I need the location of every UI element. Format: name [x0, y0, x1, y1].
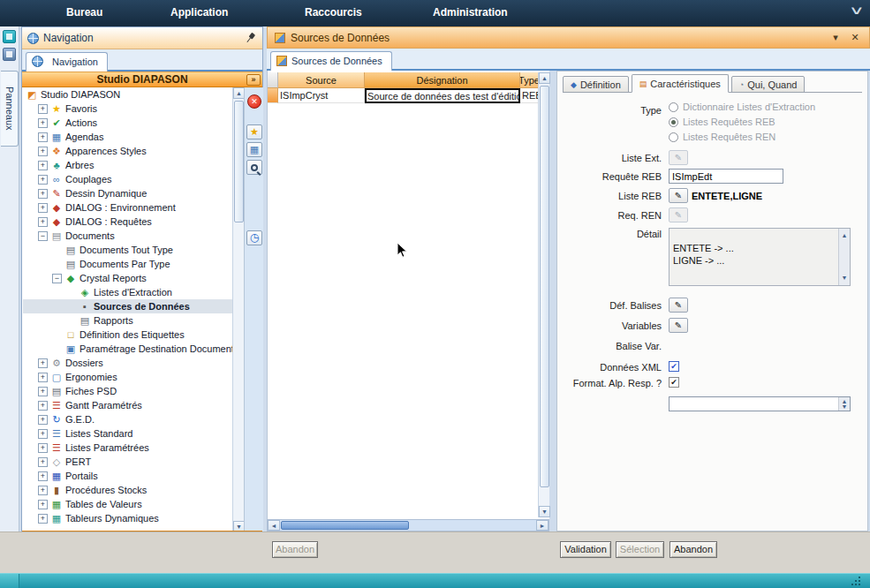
expand-plus-icon[interactable]: + [38, 132, 48, 142]
panneaux-tab[interactable]: Panneaux [1, 71, 19, 147]
scroll-right-arrow-icon[interactable]: ► [536, 520, 548, 531]
column-header-type[interactable]: Type [520, 72, 539, 88]
balise-var-spinner[interactable]: ▲▼ [838, 397, 850, 411]
scrollbar-thumb[interactable] [540, 86, 549, 487]
scroll-left-arrow-icon[interactable]: ◄ [268, 520, 280, 531]
tree-item-arbres[interactable]: +♣Arbres [23, 158, 232, 172]
tree-item-studio-diapason[interactable]: ◩Studio DIAPASON [23, 87, 232, 102]
scrollbar-thumb[interactable] [234, 101, 244, 222]
expand-plus-icon[interactable]: + [38, 415, 48, 425]
tree-item-procedures-stocks[interactable]: +▮Procédures Stocks [23, 483, 232, 497]
validation-button[interactable]: Validation [560, 541, 611, 558]
column-header-designation[interactable]: Désignation [365, 72, 520, 88]
scroll-down-arrow-icon[interactable]: ▼ [839, 272, 850, 284]
tree-item-tableurs-dynamiques[interactable]: +▦Tableurs Dynamiques [23, 511, 232, 525]
expand-plus-icon[interactable]: + [38, 189, 48, 199]
panel-blue-icon[interactable] [3, 48, 16, 61]
radio-option-listes-requetes-ren[interactable]: Listes Requêtes REN [669, 132, 815, 147]
expand-plus-icon[interactable]: + [38, 373, 48, 382]
expand-panel-button[interactable]: » [246, 74, 261, 86]
image-icon[interactable]: ▦ [246, 142, 262, 157]
menu-item-bureau[interactable]: Bureau [66, 6, 102, 19]
abandon-button[interactable]: Abandon [670, 541, 717, 558]
cell-designation[interactable]: Source de données des test d'édition [365, 88, 520, 103]
tree-item-crystal-reports[interactable]: −◆Crystal Reports [23, 271, 232, 285]
expand-plus-icon[interactable]: + [38, 500, 48, 509]
scroll-down-arrow-icon[interactable]: ▼ [539, 506, 550, 517]
tree-item-dialog-requetes[interactable]: +◆DIALOG : Requêtes [23, 215, 232, 229]
favorite-star-icon[interactable]: ★ [246, 124, 262, 139]
scroll-up-arrow-icon[interactable]: ▲ [839, 230, 850, 242]
close-icon[interactable]: ✕ [848, 32, 862, 43]
collapse-ribbon-chevron-icon[interactable]: ∨ [849, 4, 865, 17]
tree-item-documents-par-type[interactable]: ▤Documents Par Type [23, 257, 232, 271]
tree-item-apparences-styles[interactable]: +❖Apparences Styles [23, 144, 232, 158]
scroll-up-arrow-icon[interactable]: ▲ [539, 72, 550, 84]
tab-qui-quand[interactable]: ◔Qui, Quand [731, 76, 806, 93]
tree-item-fiches-psd[interactable]: +▤Fiches PSD [23, 384, 232, 398]
clock-icon[interactable]: ◷ [246, 230, 262, 245]
collapse-minus-icon[interactable]: − [38, 231, 48, 241]
expand-plus-icon[interactable]: + [38, 457, 48, 467]
tree-item-g-e-d[interactable]: +↻G.E.D. [23, 412, 232, 426]
tab-navigation[interactable]: Navigation [26, 52, 108, 72]
detail-scroll-rail[interactable]: ▲▼ [838, 229, 850, 285]
tree-item-rapports[interactable]: ▤Rapports [23, 313, 232, 328]
tab-caracteristiques[interactable]: ▤Caractéristiques [632, 74, 729, 93]
balise-var-input[interactable]: ▲▼ [669, 396, 851, 411]
format-alp-checkbox[interactable]: ✔ [669, 377, 679, 388]
menu-item-application[interactable]: Application [170, 6, 228, 19]
search-icon[interactable] [246, 160, 262, 175]
panel-teal-icon[interactable] [3, 30, 16, 43]
expand-plus-icon[interactable]: + [38, 401, 48, 411]
tree-item-listes-parametrees[interactable]: +☰Listes Paramétrées [23, 441, 232, 455]
spin-down-arrow-icon[interactable]: ▼ [839, 403, 850, 410]
tree-item-agendas[interactable]: +▦Agendas [23, 130, 232, 144]
expand-plus-icon[interactable]: + [38, 217, 48, 227]
scrollbar-thumb[interactable] [281, 521, 409, 530]
expand-plus-icon[interactable]: + [38, 514, 48, 524]
expand-plus-icon[interactable]: + [38, 429, 48, 439]
column-header-source[interactable]: Source [278, 72, 365, 88]
expand-plus-icon[interactable]: + [38, 358, 48, 368]
radio-option-dictionnaire-listes-d-extraction[interactable]: Dictionnaire Listes d'Extraction [669, 102, 815, 117]
tree-item-dessin-dynamique[interactable]: +✎Dessin Dynamique [23, 186, 232, 200]
detail-textarea[interactable]: ENTETE -> ... LIGNE -> ... ▲▼ [669, 228, 851, 286]
chevron-down-icon[interactable]: ▾ [828, 32, 843, 43]
tree-item-portails[interactable]: +▦Portails [23, 469, 232, 483]
tree-item-couplages[interactable]: +∞Couplages [23, 172, 232, 186]
radio-option-listes-requetes-reb[interactable]: Listes Requêtes REB [669, 117, 815, 132]
menu-item-raccourcis[interactable]: Raccourcis [305, 6, 362, 19]
variables-edit-button[interactable]: ✎ [669, 318, 688, 333]
expand-plus-icon[interactable]: + [38, 471, 48, 481]
tree-item-documents[interactable]: −▤Documents [23, 229, 232, 243]
tree-item-tables-de-valeurs[interactable]: +▦Tables de Valeurs [23, 497, 232, 511]
close-red-icon[interactable]: ✕ [247, 94, 261, 109]
tree-item-parametrage-destination-document[interactable]: ▣Paramétrage Destination Document [23, 342, 232, 356]
cell-source[interactable]: ISImpCryst [278, 88, 365, 103]
table-row[interactable]: ISImpCrystSource de données des test d'é… [268, 88, 539, 103]
tree-item-sources-de-donnees[interactable]: ▪Sources de Données [23, 299, 232, 313]
tree-item-actions[interactable]: +✔Actions [23, 116, 232, 130]
requete-reb-input[interactable] [669, 169, 783, 184]
tab-sources-de-donnees[interactable]: Sources de Données [270, 51, 392, 71]
tree-item-pert[interactable]: +◇PERT [23, 455, 232, 469]
tree-item-dossiers[interactable]: +⚙Dossiers [23, 356, 232, 370]
tree-vertical-scrollbar[interactable]: ▲ ▼ [232, 87, 244, 532]
expand-plus-icon[interactable]: + [38, 387, 48, 396]
resize-grip-icon[interactable] [859, 577, 867, 585]
expand-plus-icon[interactable]: + [38, 443, 48, 453]
row-selector-cell[interactable] [268, 88, 278, 103]
tree-item-definition-des-etiquettes[interactable]: □Définition des Etiquettes [23, 328, 232, 342]
expand-plus-icon[interactable]: + [38, 203, 48, 213]
tree-item-dialog-environnement[interactable]: +◆DIALOG : Environnement [23, 200, 232, 215]
collapse-minus-icon[interactable]: − [52, 274, 62, 283]
tree-item-documents-tout-type[interactable]: ▤Documents Tout Type [23, 243, 232, 257]
tree-item-listes-d-extraction[interactable]: ◈Listes d'Extraction [23, 285, 232, 299]
expand-plus-icon[interactable]: + [38, 161, 48, 170]
def-balises-edit-button[interactable]: ✎ [669, 298, 688, 313]
cell-type[interactable]: REB [520, 88, 539, 103]
tree-item-gantt-parametres[interactable]: +☰Gantt Paramétrés [23, 398, 232, 412]
table-horizontal-scrollbar[interactable]: ◄ ► [267, 519, 549, 531]
expand-plus-icon[interactable]: + [38, 118, 48, 128]
